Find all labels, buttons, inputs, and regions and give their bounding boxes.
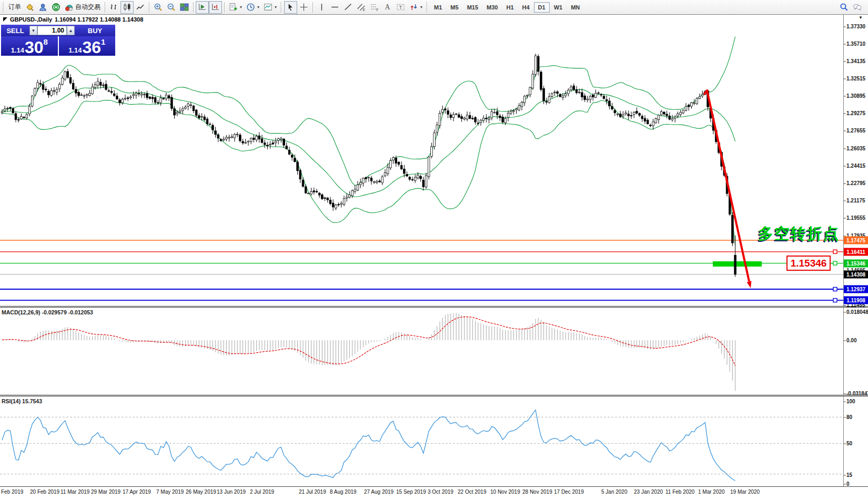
broadcast-button[interactable] xyxy=(49,1,63,14)
candlestick-button[interactable] xyxy=(120,1,134,14)
chart-title: GBPUSD-,Daily 1.16094 1.17922 1.14088 1.… xyxy=(3,16,143,23)
community-button[interactable] xyxy=(36,1,49,14)
seal-button[interactable] xyxy=(23,1,36,14)
templates-button[interactable]: ▾ xyxy=(261,1,279,14)
text-tool-button[interactable]: A xyxy=(381,1,394,14)
line-chart-button[interactable] xyxy=(134,1,147,14)
toolbar-grip[interactable] xyxy=(426,2,427,13)
date-axis-label: 23 Jan 2020 xyxy=(634,489,663,495)
green-highlight-rect[interactable] xyxy=(713,261,762,267)
mt4-window: 订单 自动交易 xyxy=(0,0,868,500)
toolbar-grip[interactable] xyxy=(3,2,4,13)
vertical-line-button[interactable] xyxy=(315,1,328,14)
date-axis-label: 2 Jul 2019 xyxy=(250,489,274,495)
chevron-down-icon: ▾ xyxy=(420,5,422,9)
svg-text:1.15346: 1.15346 xyxy=(791,258,827,269)
label-tool-button[interactable]: T xyxy=(394,1,407,14)
price-badge: 1.12937 xyxy=(844,285,868,293)
timeframe-mn[interactable]: MN xyxy=(567,2,584,13)
vertical-line-icon xyxy=(317,3,326,12)
buy-price-prefix: 1.14 xyxy=(68,46,82,54)
timeframe-m1[interactable]: M1 xyxy=(430,2,446,13)
bar-chart-icon xyxy=(109,3,118,12)
clock-icon xyxy=(246,3,255,12)
volume-input[interactable]: 1.00 xyxy=(37,26,67,35)
panel-separator[interactable] xyxy=(0,395,868,396)
fibonacci-button[interactable]: F xyxy=(368,1,381,14)
rsi-panel[interactable] xyxy=(0,397,844,486)
new-order-label: 订单 xyxy=(8,3,21,12)
timeframe-m15[interactable]: M15 xyxy=(463,2,482,13)
volume-increase-button[interactable]: ▲ xyxy=(67,26,75,35)
macd-indicator-label: MACD(12,26,9) -0.029579 -0.012053 xyxy=(2,309,93,315)
turning-point-annotation[interactable]: 多空转折点多空转折点 xyxy=(757,225,840,243)
arrows-icon xyxy=(409,3,418,12)
svg-text:F: F xyxy=(376,8,378,12)
level-price-label[interactable]: 1.15346 xyxy=(787,256,833,270)
zoom-out-button[interactable] xyxy=(165,1,178,14)
buy-button[interactable]: BUY xyxy=(75,27,115,35)
volume-decrease-button[interactable]: ▼ xyxy=(29,26,37,35)
toolbar-grip[interactable] xyxy=(280,2,281,13)
channel-button[interactable]: E xyxy=(355,1,368,14)
svg-text:A: A xyxy=(385,3,390,11)
price-axis-label: 1.37330 xyxy=(846,24,865,29)
bar-chart-button[interactable] xyxy=(107,1,120,14)
rsi-axis-label: 80 xyxy=(846,414,852,420)
rsi-line xyxy=(2,410,735,481)
autotrading-icon xyxy=(65,3,74,12)
timeframe-m30[interactable]: M30 xyxy=(482,2,502,13)
chart-shift-button[interactable] xyxy=(209,1,222,14)
price-axis-label: 1.34135 xyxy=(846,58,865,64)
horizontal-line-button[interactable] xyxy=(328,1,341,14)
date-axis-label: 17 Dec 2019 xyxy=(554,489,584,495)
horizontal-level-lines[interactable] xyxy=(0,240,843,300)
timeframe-h4[interactable]: H4 xyxy=(518,2,534,13)
timeframe-m5[interactable]: M5 xyxy=(446,2,462,13)
panel-separator[interactable] xyxy=(0,306,868,308)
autotrading-button[interactable]: 自动交易 xyxy=(63,1,103,14)
macd-histogram xyxy=(2,313,735,391)
crosshair-icon xyxy=(299,3,308,12)
price-badge: 1.17475 xyxy=(844,237,868,244)
date-axis-label: 13 Jun 2019 xyxy=(217,489,246,495)
periods-button[interactable]: ▾ xyxy=(244,1,261,14)
zoom-in-button[interactable] xyxy=(152,1,165,14)
arrows-button[interactable]: ▾ xyxy=(407,1,425,14)
crosshair-button[interactable] xyxy=(297,1,310,14)
sell-price-display[interactable]: 1.14308 xyxy=(1,36,58,56)
timeframe-group: M1M5M15M30H1H4D1W1MN xyxy=(430,2,584,13)
date-axis[interactable]: Feb 201920 Feb 201911 Mar 201929 Mar 201… xyxy=(0,486,868,500)
svg-text:E: E xyxy=(363,8,365,12)
auto-scroll-button[interactable] xyxy=(196,1,209,14)
new-order-button[interactable]: 订单 xyxy=(6,1,23,14)
equidistant-channel-icon: E xyxy=(357,3,366,12)
toolbar-separator xyxy=(224,2,225,13)
main-price-chart[interactable]: 多空转折点多空转折点1.15346 xyxy=(0,15,844,307)
tile-windows-button[interactable] xyxy=(178,1,191,14)
timeframe-w1[interactable]: W1 xyxy=(550,2,567,13)
chart-shift-icon xyxy=(211,3,220,12)
chevron-down-icon: ▾ xyxy=(257,5,259,9)
indicators-button[interactable]: ▾ xyxy=(227,1,244,14)
toolbar-separator xyxy=(149,2,149,13)
bollinger-bands[interactable] xyxy=(2,37,735,246)
buy-price-big: 36 xyxy=(82,40,101,54)
macd-panel[interactable] xyxy=(0,308,844,395)
date-axis-label: Feb 2019 xyxy=(1,489,23,495)
sell-button[interactable]: SELL xyxy=(1,27,29,35)
timeframe-h1[interactable]: H1 xyxy=(502,2,518,13)
buy-price-display[interactable]: 1.14361 xyxy=(59,36,116,56)
date-axis-label: 7 May 2019 xyxy=(156,489,184,495)
template-chart-icon xyxy=(264,3,272,12)
trendline-button[interactable] xyxy=(341,1,355,14)
one-click-trade-panel: SELL ▼ 1.00 ▲ BUY 1.14308 1.14361 xyxy=(1,25,115,56)
price-axis[interactable]: 1.373301.357101.341351.325151.308951.292… xyxy=(844,0,868,500)
auto-scroll-icon xyxy=(198,3,207,12)
broadcast-icon xyxy=(52,3,60,12)
price-axis-label: 1.27655 xyxy=(846,128,865,134)
object-selection-handles[interactable] xyxy=(833,250,837,302)
ohlc-values: 1.16094 1.17922 1.14088 1.14308 xyxy=(55,16,143,23)
timeframe-d1[interactable]: D1 xyxy=(534,2,550,13)
cursor-button[interactable] xyxy=(284,1,297,14)
